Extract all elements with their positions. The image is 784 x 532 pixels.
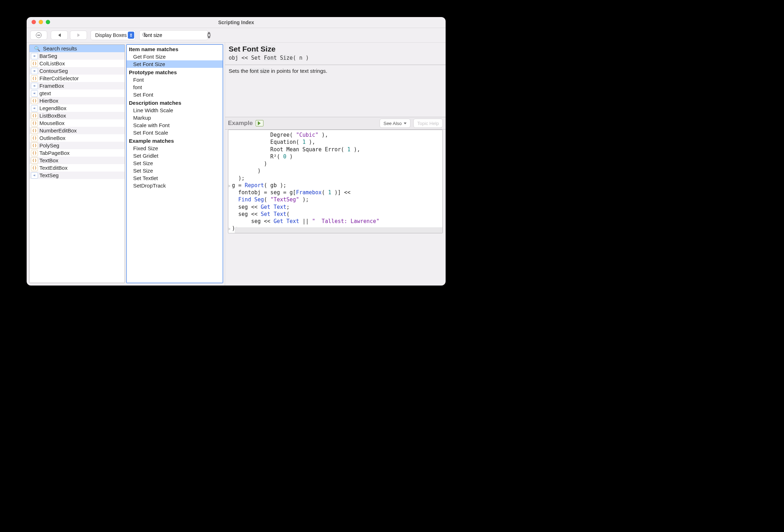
topic-list[interactable]: 🔍Search results«BarSeg()ColListBox«Conto… [29, 44, 125, 283]
minus-circle-icon [36, 32, 42, 38]
list-item[interactable]: ()ColListBox [29, 60, 125, 67]
body: 🔍Search results«BarSeg()ColListBox«Conto… [27, 43, 446, 286]
list-item[interactable]: ()NumberEditBox [29, 127, 125, 134]
clear-search-button[interactable]: ✕ [207, 32, 211, 38]
minimize-window-button[interactable] [39, 20, 43, 24]
list-item[interactable]: «FrameBox [29, 82, 125, 89]
match-item[interactable]: Set Font [127, 91, 223, 98]
match-item[interactable]: Line Width Scale [127, 107, 223, 114]
paren-item-icon: () [31, 135, 38, 141]
list-item-label: TabPageBox [39, 150, 70, 156]
match-item[interactable]: Get Font Size [127, 53, 223, 60]
list-item[interactable]: «ContourSeg [29, 67, 125, 75]
paren-item-icon: () [31, 127, 38, 134]
maximize-window-button[interactable] [46, 20, 50, 24]
match-item[interactable]: Fixed Size [127, 145, 223, 152]
list-item[interactable]: «BarSeg [29, 52, 125, 60]
match-group-header: Example matches [127, 136, 223, 145]
toolbar: Display Boxes ✕ [27, 28, 446, 43]
doc-description: Sets the font size in points for text st… [225, 65, 446, 117]
list-item[interactable]: «LegendBox [29, 104, 125, 112]
list-item-label: gtext [39, 90, 51, 96]
list-item-label: BarSeg [39, 53, 57, 59]
scripting-index-window: Scripting Index Display Boxes ✕ 🔍Search … [27, 17, 446, 286]
list-item[interactable]: ()OutlineBox [29, 134, 125, 142]
collapse-button[interactable] [30, 31, 47, 40]
close-window-button[interactable] [32, 20, 36, 24]
doc-title: Set Font Size [229, 45, 442, 53]
arrow-left-icon [58, 33, 61, 37]
match-item[interactable]: Set Gridlet [127, 152, 223, 159]
arrow-right-icon [77, 33, 80, 37]
list-item[interactable]: «gtext [29, 89, 125, 97]
paren-item-icon: () [31, 150, 38, 156]
code-area: Degree( "Cubic" ), Equation( 1 ), Root M… [225, 130, 446, 286]
list-item-label: TextEditBox [39, 165, 67, 171]
list-item[interactable]: 🔍Search results [29, 45, 125, 52]
list-item-label: TextBox [39, 157, 58, 163]
nav-back-button[interactable] [51, 31, 68, 40]
topic-help-button[interactable]: Topic Help [413, 119, 443, 128]
list-item-label: FilterColSelector [39, 75, 79, 81]
search-icon: 🔍 [31, 46, 42, 51]
list-item[interactable]: ()TextEditBox [29, 164, 125, 172]
list-item-label: ColListBox [39, 60, 65, 66]
left-column: 🔍Search results«BarSeg()ColListBox«Conto… [27, 43, 126, 286]
list-item[interactable]: ()TextBox [29, 157, 125, 164]
run-example-button[interactable] [256, 120, 263, 126]
angle-item-icon: « [31, 90, 38, 97]
match-item[interactable]: font [127, 83, 223, 91]
match-item[interactable]: Markup [127, 114, 223, 121]
match-item[interactable]: Set Font Size [127, 60, 223, 68]
list-item[interactable]: ()HierBox [29, 97, 125, 104]
paren-item-icon: () [31, 165, 38, 171]
paren-item-icon: () [31, 60, 38, 67]
list-item-label: Search results [43, 45, 77, 51]
paren-item-icon: () [31, 75, 38, 82]
see-also-button[interactable]: See Also [380, 119, 410, 128]
paren-item-icon: () [31, 98, 38, 104]
list-item-label: TextSeg [39, 172, 59, 178]
list-item[interactable]: ()MouseBox [29, 119, 125, 127]
paren-item-icon: () [31, 113, 38, 119]
select-arrows-icon [128, 32, 134, 39]
example-toolbar: Example See Also Topic Help [225, 117, 446, 130]
search-input[interactable] [142, 32, 207, 38]
paren-item-icon: () [31, 157, 38, 164]
match-list[interactable]: Item name matchesGet Font SizeSet Font S… [126, 44, 223, 283]
list-item-label: LegendBox [39, 105, 66, 111]
match-group-header: Description matches [127, 98, 223, 107]
list-item[interactable]: ()FilterColSelector [29, 75, 125, 82]
match-group-header: Prototype matches [127, 68, 223, 76]
match-item[interactable]: Set Textlet [127, 174, 223, 182]
nav-forward-button[interactable] [70, 31, 87, 40]
category-select[interactable]: Display Boxes [91, 30, 136, 40]
list-item-label: HierBox [39, 98, 58, 104]
example-code-panel[interactable]: Degree( "Cubic" ), Equation( 1 ), Root M… [228, 130, 443, 233]
doc-header: Set Font Size obj << Set Font Size( n ) [225, 43, 446, 65]
list-item[interactable]: ()PolySeg [29, 142, 125, 149]
match-item[interactable]: Set Size [127, 159, 223, 167]
match-item[interactable]: Scale with Font [127, 121, 223, 129]
list-item-label: OutlineBox [39, 135, 65, 141]
angle-item-icon: « [31, 172, 38, 179]
example-code[interactable]: Degree( "Cubic" ), Equation( 1 ), Root M… [228, 130, 442, 233]
nav-group [51, 31, 87, 40]
search-field[interactable]: ✕ [139, 30, 208, 40]
list-item[interactable]: ()ListBoxBox [29, 112, 125, 119]
match-item[interactable]: Set Font Scale [127, 129, 223, 136]
match-item[interactable]: SetDropTrack [127, 182, 223, 189]
match-item[interactable]: Set Size [127, 167, 223, 174]
list-item[interactable]: ()TabPageBox [29, 149, 125, 157]
list-item[interactable]: «TextSeg [29, 172, 125, 179]
doc-signature: obj << Set Font Size( n ) [229, 55, 442, 61]
list-item-label: MouseBox [39, 120, 65, 126]
match-item[interactable]: Font [127, 76, 223, 83]
match-group-header: Item name matches [127, 45, 223, 53]
list-item-label: ContourSeg [39, 68, 68, 74]
horizontal-scrollbar[interactable] [235, 227, 442, 233]
window-title: Scripting Index [218, 20, 254, 25]
angle-item-icon: « [31, 105, 38, 112]
angle-item-icon: « [31, 53, 38, 59]
list-item-label: ListBoxBox [39, 113, 66, 119]
